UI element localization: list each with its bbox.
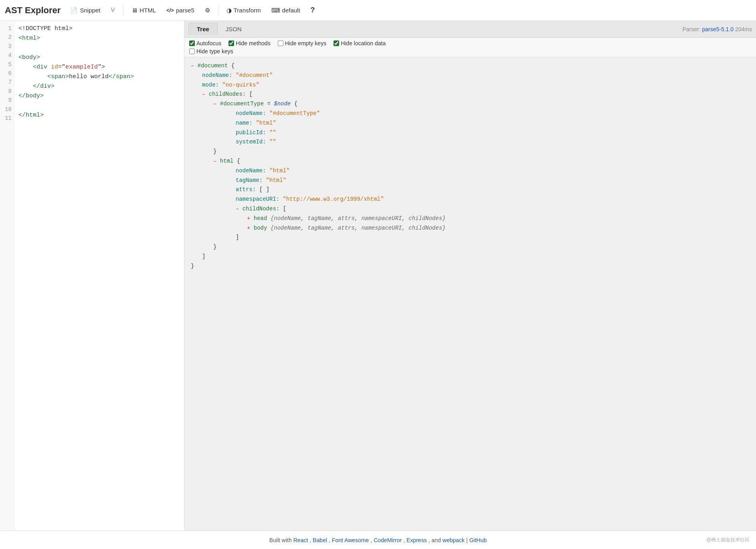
line-numbers: 12345 67891011 bbox=[0, 21, 14, 531]
tree-view[interactable]: – #document { nodeName: "#document" mode… bbox=[184, 57, 756, 531]
tree-close-childnodes-doc: ] bbox=[191, 252, 750, 262]
nav-snippet-label: Snippet bbox=[80, 7, 100, 14]
nav-html[interactable]: 🖥 HTML bbox=[127, 5, 160, 15]
tree-close-doctype: } bbox=[191, 147, 750, 157]
hide-type-keys-checkbox[interactable] bbox=[189, 48, 195, 54]
tree-prop-mode: mode: "no-quirks" bbox=[191, 81, 750, 90]
tree-close-document: } bbox=[191, 262, 750, 271]
autofocus-checkbox[interactable] bbox=[189, 40, 195, 46]
tree-prop-publicid: publicId: "" bbox=[191, 128, 750, 138]
snippet-icon: 📄 bbox=[70, 7, 78, 14]
hide-type-keys-label: Hide type keys bbox=[196, 48, 233, 54]
options-row-2: Hide type keys bbox=[189, 48, 751, 54]
expand-head-icon[interactable]: + bbox=[247, 214, 254, 224]
parse5-icon: </> bbox=[166, 7, 174, 13]
hide-methods-checkbox[interactable] bbox=[228, 40, 234, 46]
tree-close-html: } bbox=[191, 242, 750, 252]
nav-transform-label: Transform bbox=[234, 7, 261, 14]
tree-node-html[interactable]: – html { bbox=[191, 157, 750, 166]
footer-built-with: Built with bbox=[269, 537, 292, 543]
tree-prop-tagname-html: tagName: "html" bbox=[191, 176, 750, 186]
footer-link-express[interactable]: Express bbox=[406, 537, 427, 543]
tree-childnodes-html[interactable]: – childNodes: [ bbox=[191, 204, 750, 214]
option-hide-location-data[interactable]: Hide location data bbox=[334, 40, 386, 46]
nav-parse5-label: parse5 bbox=[176, 7, 194, 14]
tree-prop-nodename-doc: nodeName: "#document" bbox=[191, 71, 750, 81]
transform-icon: ◑ bbox=[226, 7, 232, 14]
footer-link-webpack[interactable]: webpack bbox=[443, 537, 465, 543]
main-area: 12345 67891011 <!DOCTYPE html> <html> <b… bbox=[0, 21, 756, 531]
tree-prop-name-doctype: name: "html" bbox=[191, 119, 750, 128]
fork-icon: ⑂ bbox=[111, 6, 115, 14]
footer-link-babel[interactable]: Babel bbox=[313, 537, 327, 543]
parser-version-link[interactable]: parse5-5.1.0 bbox=[702, 26, 734, 32]
tab-tree[interactable]: Tree bbox=[188, 23, 218, 35]
code-editor[interactable]: 12345 67891011 <!DOCTYPE html> <html> <b… bbox=[0, 21, 184, 531]
tree-node-document[interactable]: – #document { bbox=[191, 61, 750, 71]
footer-link-codemirror[interactable]: CodeMirror bbox=[374, 537, 402, 543]
nav-default-label: default bbox=[282, 7, 300, 14]
nav-divider-1 bbox=[123, 5, 123, 16]
parser-info: Parser: parse5-5.1.0 204ms bbox=[682, 26, 752, 32]
parser-timing: 204ms bbox=[734, 26, 752, 32]
hide-location-data-checkbox[interactable] bbox=[334, 40, 339, 46]
collapse-childnodes-icon[interactable]: – bbox=[202, 90, 209, 99]
footer-link-github[interactable]: GitHub bbox=[469, 537, 487, 543]
nav-divider-2 bbox=[218, 5, 218, 16]
option-hide-methods[interactable]: Hide methods bbox=[228, 40, 270, 46]
collapse-childnodes-html-icon[interactable]: – bbox=[236, 204, 243, 214]
option-hide-empty-keys[interactable]: Hide empty keys bbox=[278, 40, 326, 46]
html-icon: 🖥 bbox=[131, 7, 137, 14]
tree-prop-systemid: systemId: "" bbox=[191, 137, 750, 147]
parser-label: Parser: bbox=[682, 26, 702, 32]
help-icon: ? bbox=[311, 6, 315, 14]
nav-fork[interactable]: ⑂ bbox=[107, 4, 119, 16]
footer: Built with React, Babel, Font Awesome, C… bbox=[0, 531, 756, 549]
expand-body-icon[interactable]: + bbox=[247, 224, 254, 233]
collapse-doctype-icon[interactable]: – bbox=[213, 99, 220, 109]
ast-panel: Tree JSON Parser: parse5-5.1.0 204ms Aut… bbox=[184, 21, 756, 531]
keyboard-icon: ⌨ bbox=[271, 7, 280, 14]
hide-empty-keys-label: Hide empty keys bbox=[285, 40, 326, 46]
autofocus-label: Autofocus bbox=[196, 40, 221, 46]
nav-default[interactable]: ⌨ default bbox=[267, 5, 304, 16]
tree-prop-nsuri: namespaceURI: "http://www.w3.org/1999/xh… bbox=[191, 195, 750, 204]
tree-node-head[interactable]: + head {nodeName, tagName, attrs, namesp… bbox=[191, 214, 750, 224]
option-hide-type-keys[interactable]: Hide type keys bbox=[189, 48, 233, 54]
tree-node-doctype[interactable]: – #documentType = $node { bbox=[191, 99, 750, 109]
tree-node-body[interactable]: + body {nodeName, tagName, attrs, namesp… bbox=[191, 224, 750, 233]
hide-empty-keys-checkbox[interactable] bbox=[278, 40, 283, 46]
app-title: AST Explorer bbox=[5, 5, 61, 16]
tree-close-childnodes-html: ] bbox=[191, 233, 750, 242]
footer-link-font-awesome[interactable]: Font Awesome bbox=[332, 537, 369, 543]
collapse-html-icon[interactable]: – bbox=[213, 157, 220, 166]
nav-transform[interactable]: ◑ Transform bbox=[222, 5, 265, 16]
nav-help[interactable]: ? bbox=[307, 4, 319, 16]
footer-link-react[interactable]: React bbox=[293, 537, 308, 543]
tree-prop-nodename-html: nodeName: "html" bbox=[191, 166, 750, 176]
tab-bar: Tree JSON Parser: parse5-5.1.0 204ms bbox=[184, 21, 756, 38]
collapse-icon[interactable]: – bbox=[191, 61, 198, 71]
nav-snippet[interactable]: 📄 Snippet bbox=[66, 5, 104, 16]
hide-methods-label: Hide methods bbox=[236, 40, 270, 46]
code-content[interactable]: <!DOCTYPE html> <html> <body> <div id="e… bbox=[14, 21, 138, 531]
hide-location-data-label: Hide location data bbox=[341, 40, 386, 46]
gear-icon: ⚙ bbox=[205, 7, 210, 14]
tree-prop-nodename-doctype: nodeName: "#documentType" bbox=[191, 109, 750, 119]
code-area: 12345 67891011 <!DOCTYPE html> <html> <b… bbox=[0, 21, 184, 531]
footer-watermark: @稀土掘金技术社区 bbox=[706, 537, 750, 543]
options-bar: Autofocus Hide methods Hide empty keys H… bbox=[184, 38, 756, 57]
tab-json[interactable]: JSON bbox=[218, 23, 250, 35]
tree-childnodes-doc[interactable]: – childNodes: [ bbox=[191, 90, 750, 99]
top-nav: AST Explorer 📄 Snippet ⑂ 🖥 HTML </> pars… bbox=[0, 0, 756, 21]
tree-prop-attrs-html: attrs: [ ] bbox=[191, 185, 750, 195]
options-row-1: Autofocus Hide methods Hide empty keys H… bbox=[189, 40, 751, 46]
nav-parse5[interactable]: </> parse5 bbox=[162, 5, 198, 15]
nav-html-label: HTML bbox=[139, 7, 156, 14]
nav-settings[interactable]: ⚙ bbox=[201, 5, 214, 16]
option-autofocus[interactable]: Autofocus bbox=[189, 40, 221, 46]
